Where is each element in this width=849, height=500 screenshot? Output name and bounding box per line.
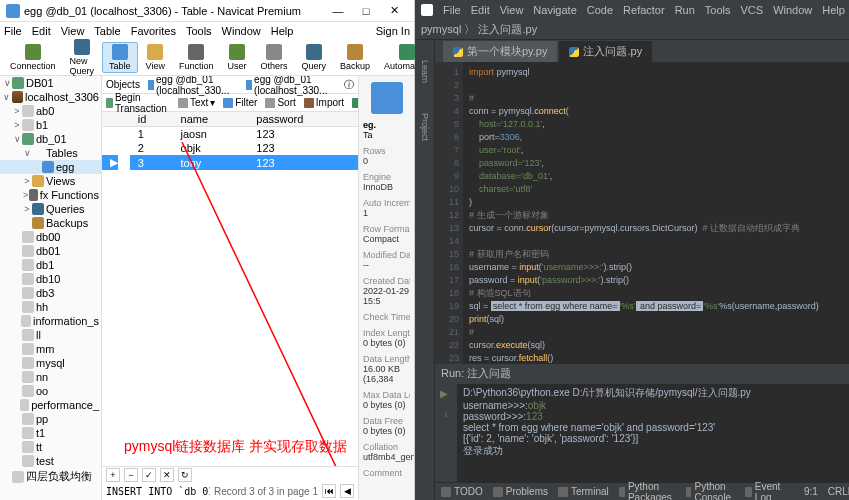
tree-item[interactable]: t1 — [0, 426, 101, 440]
menu-window[interactable]: Window — [222, 25, 261, 37]
refresh-button[interactable]: ↻ — [178, 468, 192, 482]
data-grid[interactable]: idnamepassword1jaosn1232objk123▶3tony123 — [102, 112, 358, 466]
tree-item[interactable]: >fx Functions — [0, 188, 101, 202]
text-button[interactable]: Text ▾ — [178, 97, 215, 108]
tree-item[interactable]: >Views — [0, 174, 101, 188]
toolbar-query[interactable]: Query — [295, 43, 332, 72]
tree-item[interactable]: ∨DB01 — [0, 76, 101, 90]
tree-item[interactable]: egg — [0, 160, 101, 174]
tree-item[interactable]: ∨Tables — [0, 146, 101, 160]
packages-button[interactable]: Python Packages — [619, 481, 676, 501]
tree-item[interactable]: ∨db_01 — [0, 132, 101, 146]
tree-item[interactable]: db3 — [0, 286, 101, 300]
run-output[interactable]: D:\Python36\python.exe D:/计算机知识存储/pymysq… — [457, 384, 849, 482]
tree-item[interactable]: mysql — [0, 356, 101, 370]
toolbar-function[interactable]: Function — [173, 43, 220, 72]
minimize-button[interactable]: — — [324, 5, 352, 17]
menu-favorites[interactable]: Favorites — [131, 25, 176, 37]
pc-menu-edit[interactable]: Edit — [471, 4, 490, 16]
toolbar-table[interactable]: Table — [102, 42, 138, 73]
learn-tab[interactable]: Learn — [420, 60, 430, 83]
apply-button[interactable]: ✓ — [142, 468, 156, 482]
python-icon — [453, 47, 463, 57]
tree-item[interactable]: information_s — [0, 314, 101, 328]
pc-menu-code[interactable]: Code — [587, 4, 613, 16]
tree-item[interactable]: nn — [0, 370, 101, 384]
cancel-button[interactable]: ✕ — [160, 468, 174, 482]
menu-view[interactable]: View — [61, 25, 85, 37]
tree-item[interactable]: db1 — [0, 258, 101, 272]
prev-button[interactable]: ◀ — [340, 484, 354, 498]
tree-item[interactable]: hh — [0, 300, 101, 314]
begin-transaction-button[interactable]: Begin Transaction — [106, 92, 170, 114]
tree-item[interactable]: oo — [0, 384, 101, 398]
toolbar-connection[interactable]: Connection — [4, 43, 62, 72]
tree-item[interactable]: test — [0, 454, 101, 468]
eventlog-button[interactable]: Event Log — [745, 481, 784, 501]
tree-item[interactable]: db01 — [0, 244, 101, 258]
pycharm-statusbar: TODO Problems Terminal Python Packages P… — [435, 482, 849, 500]
tab-objects[interactable]: Objects — [106, 79, 140, 90]
pc-menu-file[interactable]: File — [443, 4, 461, 16]
rerun-button[interactable]: ▶ — [440, 388, 452, 400]
line-sep[interactable]: CRLF — [828, 486, 849, 497]
menu-tools[interactable]: Tools — [186, 25, 212, 37]
add-row-button[interactable]: + — [106, 468, 120, 482]
tree-item[interactable]: >ab0 — [0, 104, 101, 118]
first-button[interactable]: ⏮ — [322, 484, 336, 498]
pc-menu-help[interactable]: Help — [822, 4, 845, 16]
tab-injection[interactable]: 注入问题.py — [559, 41, 652, 62]
filter-button[interactable]: Filter — [223, 97, 257, 108]
pc-menu-view[interactable]: View — [500, 4, 524, 16]
toolbar-backup[interactable]: Backup — [334, 43, 376, 72]
close-button[interactable]: ✕ — [380, 4, 408, 17]
project-tab[interactable]: Project — [420, 113, 430, 141]
tree-item[interactable]: >Queries — [0, 202, 101, 216]
menu-file[interactable]: File — [4, 25, 22, 37]
signin-link[interactable]: Sign In — [376, 25, 410, 37]
sort-button[interactable]: Sort — [265, 97, 295, 108]
pc-menu-tools[interactable]: Tools — [705, 4, 731, 16]
console-button[interactable]: Python Console — [686, 481, 736, 501]
run-panel-title[interactable]: Run: 注入问题 ✿ — — [435, 364, 849, 382]
breadcrumb[interactable]: pymysql 〉 注入问题.py — [421, 22, 537, 37]
menu-table[interactable]: Table — [94, 25, 120, 37]
delete-row-button[interactable]: − — [124, 468, 138, 482]
editor-tabs: 第一个模块py.py 注入问题.py ▲ 3 ● 6 ∧ ∨ — [435, 40, 849, 62]
pc-menu-vcs[interactable]: VCS — [741, 4, 764, 16]
tree-item[interactable]: ∨localhost_3306 — [0, 90, 101, 104]
toolbar-others[interactable]: Others — [254, 43, 293, 72]
pc-menu-window[interactable]: Window — [773, 4, 812, 16]
import-button[interactable]: Import — [304, 97, 344, 108]
tree-item[interactable]: Backups — [0, 216, 101, 230]
menu-help[interactable]: Help — [271, 25, 294, 37]
pc-menu-navigate[interactable]: Navigate — [533, 4, 576, 16]
down-icon[interactable]: ↓ — [444, 408, 449, 419]
tab-egg2[interactable]: egg @db_01 (localhost_330... — [246, 76, 336, 96]
tree-item[interactable]: ll — [0, 328, 101, 342]
tree-item[interactable]: db00 — [0, 230, 101, 244]
tree-item[interactable]: mm — [0, 342, 101, 356]
code-editor[interactable]: 1234567891011121314151617181920212223242… — [435, 62, 849, 364]
todo-button[interactable]: TODO — [441, 486, 483, 497]
tree-item[interactable]: >b1 — [0, 118, 101, 132]
record-counter: Record 3 of 3 in page 1 — [214, 486, 318, 497]
toolbar-view[interactable]: View — [140, 43, 171, 72]
cursor-pos[interactable]: 9:1 — [804, 486, 818, 497]
tree-item[interactable]: db10 — [0, 272, 101, 286]
menu-edit[interactable]: Edit — [32, 25, 51, 37]
maximize-button[interactable]: □ — [352, 5, 380, 17]
pc-menu-refactor[interactable]: Refactor — [623, 4, 665, 16]
tree-item[interactable]: tt — [0, 440, 101, 454]
toolbar-user[interactable]: User — [221, 43, 252, 72]
tab-info-icon[interactable]: ⓘ — [344, 78, 354, 92]
problems-button[interactable]: Problems — [493, 486, 548, 497]
toolbar-new-query[interactable]: New Query — [64, 38, 101, 77]
tree-item[interactable]: pp — [0, 412, 101, 426]
pc-menu-run[interactable]: Run — [675, 4, 695, 16]
tab-module1[interactable]: 第一个模块py.py — [443, 41, 557, 62]
terminal-button[interactable]: Terminal — [558, 486, 609, 497]
navicat-toolbar: ConnectionNew QueryTableViewFunctionUser… — [0, 40, 414, 76]
tree-item[interactable]: 四层负载均衡 — [0, 468, 101, 485]
tree-item[interactable]: performance_ — [0, 398, 101, 412]
